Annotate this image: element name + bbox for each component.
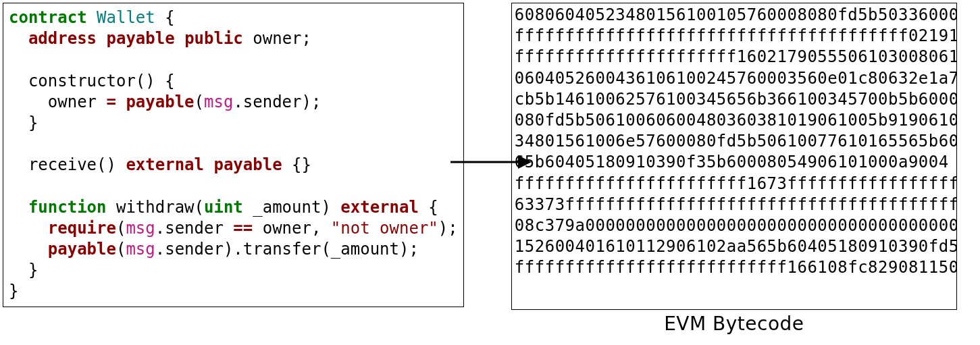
bytecode-line: 34801561006e57600080fd5b5061007761016556… (515, 131, 954, 152)
bytecode-line: fffffffffffffffffffffff1673fffffffffffff… (515, 174, 954, 194)
code-line-11: require(msg.sender == owner, "not owner"… (9, 219, 458, 238)
bytecode-line: ffffffffffffffffffffff160217905550610300… (515, 47, 954, 68)
bytecode-line: 65b60405180910390f35b60008054906101000a9… (515, 152, 954, 173)
code-line-1: contract Wallet { (9, 8, 175, 27)
bytecode-box: 60806040523480156100105760008080fd5b5033… (511, 3, 957, 310)
code-line-6: } (9, 113, 38, 132)
code-line-4: constructor() { (9, 72, 175, 90)
bytecode-line: 080fd5b50610060600480360381019061005b919… (515, 110, 954, 131)
bytecode-line: 0604052600436106100245760003560e01c80632… (515, 68, 954, 89)
code-line-2: address payable public owner; (9, 29, 311, 48)
bytecode-line: 152600401610112906102aa565b6040518091039… (515, 236, 954, 257)
code-line-12: payable(msg.sender).transfer(_amount); (9, 240, 419, 259)
code-line-5: owner = payable(msg.sender); (9, 92, 321, 111)
bytecode-line: fffffffffffffffffffffffffff166108fc82908… (515, 257, 954, 278)
code-line-13: } (9, 261, 38, 280)
bytecode-line: cb5b14610062576100345656b366100345700b5b… (515, 89, 954, 110)
arrow-icon (450, 149, 532, 176)
code-line-14: } (9, 282, 18, 300)
bytecode-line: 08c379a000000000000000000000000000000000… (515, 215, 954, 236)
bytecode-line: 63373fffffffffffffffffffffffffffffffffff… (515, 194, 954, 215)
code-line-10: function withdraw(uint _amount) external… (9, 198, 438, 217)
code-line-8: receive() external payable {} (9, 155, 311, 174)
bytecode-label: EVM Bytecode (664, 313, 804, 335)
bytecode-line: fffffffffffffffffffffffffffffffffffffff0… (515, 26, 954, 47)
svg-marker-1 (518, 155, 532, 169)
bytecode-line: 60806040523480156100105760008080fd5b5033… (515, 5, 954, 26)
source-code-box: contract Wallet { address payable public… (3, 3, 464, 307)
